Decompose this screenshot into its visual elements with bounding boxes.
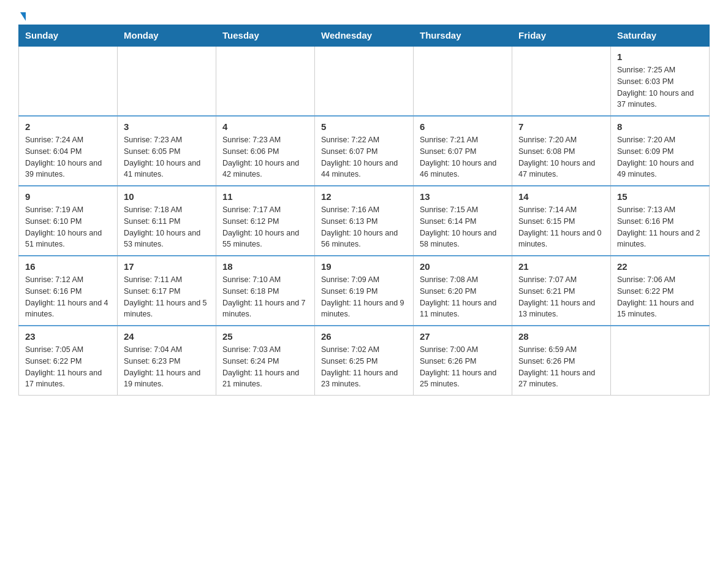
day-info: Sunrise: 7:08 AMSunset: 6:20 PMDaylight:… <box>420 274 506 320</box>
weekday-header-tuesday: Tuesday <box>216 25 315 47</box>
calendar-cell: 24Sunrise: 7:04 AMSunset: 6:23 PMDayligh… <box>118 326 216 396</box>
day-number: 15 <box>617 191 703 202</box>
day-number: 3 <box>124 121 210 132</box>
calendar-cell: 5Sunrise: 7:22 AMSunset: 6:07 PMDaylight… <box>315 116 414 186</box>
calendar-cell: 17Sunrise: 7:11 AMSunset: 6:17 PMDayligh… <box>118 256 216 326</box>
calendar-cell: 1Sunrise: 7:25 AMSunset: 6:03 PMDaylight… <box>611 46 710 116</box>
weekday-header-friday: Friday <box>512 25 611 47</box>
day-info: Sunrise: 7:09 AMSunset: 6:19 PMDaylight:… <box>321 274 407 320</box>
calendar-cell: 6Sunrise: 7:21 AMSunset: 6:07 PMDaylight… <box>414 116 512 186</box>
day-info: Sunrise: 7:12 AMSunset: 6:16 PMDaylight:… <box>25 274 111 320</box>
calendar-cell: 14Sunrise: 7:14 AMSunset: 6:15 PMDayligh… <box>512 186 611 256</box>
day-info: Sunrise: 7:07 AMSunset: 6:21 PMDaylight:… <box>518 274 604 320</box>
calendar-cell: 26Sunrise: 7:02 AMSunset: 6:25 PMDayligh… <box>315 326 414 396</box>
calendar-cell <box>216 46 315 116</box>
calendar-cell: 8Sunrise: 7:20 AMSunset: 6:09 PMDaylight… <box>611 116 710 186</box>
calendar-table: SundayMondayTuesdayWednesdayThursdayFrid… <box>18 25 710 396</box>
day-number: 4 <box>222 121 308 132</box>
day-info: Sunrise: 7:04 AMSunset: 6:23 PMDaylight:… <box>124 344 210 390</box>
logo-arrow-icon <box>20 12 26 21</box>
calendar-week-row: 2Sunrise: 7:24 AMSunset: 6:04 PMDaylight… <box>19 116 710 186</box>
day-number: 11 <box>222 191 308 202</box>
calendar-cell <box>19 46 118 116</box>
day-number: 5 <box>321 121 407 132</box>
day-info: Sunrise: 7:11 AMSunset: 6:17 PMDaylight:… <box>124 274 210 320</box>
day-info: Sunrise: 7:21 AMSunset: 6:07 PMDaylight:… <box>420 134 506 180</box>
calendar-cell: 11Sunrise: 7:17 AMSunset: 6:12 PMDayligh… <box>216 186 315 256</box>
calendar-cell: 16Sunrise: 7:12 AMSunset: 6:16 PMDayligh… <box>19 256 118 326</box>
weekday-header-monday: Monday <box>118 25 216 47</box>
day-info: Sunrise: 6:59 AMSunset: 6:26 PMDaylight:… <box>518 344 604 390</box>
day-info: Sunrise: 7:23 AMSunset: 6:06 PMDaylight:… <box>222 134 308 180</box>
weekday-header-sunday: Sunday <box>19 25 118 47</box>
calendar-cell: 23Sunrise: 7:05 AMSunset: 6:22 PMDayligh… <box>19 326 118 396</box>
calendar-cell: 22Sunrise: 7:06 AMSunset: 6:22 PMDayligh… <box>611 256 710 326</box>
calendar-week-row: 23Sunrise: 7:05 AMSunset: 6:22 PMDayligh… <box>19 326 710 396</box>
calendar-cell: 28Sunrise: 6:59 AMSunset: 6:26 PMDayligh… <box>512 326 611 396</box>
day-number: 20 <box>420 261 506 272</box>
day-number: 21 <box>518 261 604 272</box>
day-info: Sunrise: 7:19 AMSunset: 6:10 PMDaylight:… <box>25 204 111 250</box>
day-number: 7 <box>518 121 604 132</box>
day-number: 17 <box>124 261 210 272</box>
day-info: Sunrise: 7:14 AMSunset: 6:15 PMDaylight:… <box>518 204 604 250</box>
day-number: 9 <box>25 191 111 202</box>
weekday-header-row: SundayMondayTuesdayWednesdayThursdayFrid… <box>19 25 710 47</box>
calendar-cell: 15Sunrise: 7:13 AMSunset: 6:16 PMDayligh… <box>611 186 710 256</box>
day-number: 13 <box>420 191 506 202</box>
calendar-week-row: 16Sunrise: 7:12 AMSunset: 6:16 PMDayligh… <box>19 256 710 326</box>
day-number: 6 <box>420 121 506 132</box>
calendar-cell <box>118 46 216 116</box>
day-info: Sunrise: 7:00 AMSunset: 6:26 PMDaylight:… <box>420 344 506 390</box>
day-number: 10 <box>124 191 210 202</box>
day-info: Sunrise: 7:03 AMSunset: 6:24 PMDaylight:… <box>222 344 308 390</box>
day-number: 22 <box>617 261 703 272</box>
day-number: 26 <box>321 331 407 342</box>
calendar-cell <box>414 46 512 116</box>
day-info: Sunrise: 7:13 AMSunset: 6:16 PMDaylight:… <box>617 204 703 250</box>
day-info: Sunrise: 7:15 AMSunset: 6:14 PMDaylight:… <box>420 204 506 250</box>
calendar-cell <box>315 46 414 116</box>
day-info: Sunrise: 7:18 AMSunset: 6:11 PMDaylight:… <box>124 204 210 250</box>
calendar-cell: 13Sunrise: 7:15 AMSunset: 6:14 PMDayligh… <box>414 186 512 256</box>
day-number: 18 <box>222 261 308 272</box>
calendar-cell: 25Sunrise: 7:03 AMSunset: 6:24 PMDayligh… <box>216 326 315 396</box>
day-number: 16 <box>25 261 111 272</box>
weekday-header-saturday: Saturday <box>611 25 710 47</box>
calendar-cell: 7Sunrise: 7:20 AMSunset: 6:08 PMDaylight… <box>512 116 611 186</box>
calendar-cell: 9Sunrise: 7:19 AMSunset: 6:10 PMDaylight… <box>19 186 118 256</box>
calendar-cell <box>611 326 710 396</box>
day-info: Sunrise: 7:23 AMSunset: 6:05 PMDaylight:… <box>124 134 210 180</box>
day-info: Sunrise: 7:22 AMSunset: 6:07 PMDaylight:… <box>321 134 407 180</box>
day-info: Sunrise: 7:24 AMSunset: 6:04 PMDaylight:… <box>25 134 111 180</box>
calendar-cell: 18Sunrise: 7:10 AMSunset: 6:18 PMDayligh… <box>216 256 315 326</box>
weekday-header-thursday: Thursday <box>414 25 512 47</box>
calendar-cell: 10Sunrise: 7:18 AMSunset: 6:11 PMDayligh… <box>118 186 216 256</box>
day-number: 14 <box>518 191 604 202</box>
calendar-cell: 3Sunrise: 7:23 AMSunset: 6:05 PMDaylight… <box>118 116 216 186</box>
calendar-cell: 12Sunrise: 7:16 AMSunset: 6:13 PMDayligh… <box>315 186 414 256</box>
day-number: 24 <box>124 331 210 342</box>
calendar-cell: 21Sunrise: 7:07 AMSunset: 6:21 PMDayligh… <box>512 256 611 326</box>
day-info: Sunrise: 7:05 AMSunset: 6:22 PMDaylight:… <box>25 344 111 390</box>
day-info: Sunrise: 7:25 AMSunset: 6:03 PMDaylight:… <box>617 64 703 110</box>
day-number: 2 <box>25 121 111 132</box>
day-number: 23 <box>25 331 111 342</box>
page-header <box>18 12 710 18</box>
calendar-cell: 20Sunrise: 7:08 AMSunset: 6:20 PMDayligh… <box>414 256 512 326</box>
calendar-week-row: 1Sunrise: 7:25 AMSunset: 6:03 PMDaylight… <box>19 46 710 116</box>
day-number: 12 <box>321 191 407 202</box>
calendar-cell: 4Sunrise: 7:23 AMSunset: 6:06 PMDaylight… <box>216 116 315 186</box>
calendar-cell <box>512 46 611 116</box>
logo <box>18 12 26 18</box>
day-number: 19 <box>321 261 407 272</box>
day-number: 25 <box>222 331 308 342</box>
day-number: 28 <box>518 331 604 342</box>
weekday-header-wednesday: Wednesday <box>315 25 414 47</box>
calendar-cell: 27Sunrise: 7:00 AMSunset: 6:26 PMDayligh… <box>414 326 512 396</box>
day-number: 27 <box>420 331 506 342</box>
day-number: 8 <box>617 121 703 132</box>
day-info: Sunrise: 7:17 AMSunset: 6:12 PMDaylight:… <box>222 204 308 250</box>
day-info: Sunrise: 7:20 AMSunset: 6:09 PMDaylight:… <box>617 134 703 180</box>
calendar-cell: 2Sunrise: 7:24 AMSunset: 6:04 PMDaylight… <box>19 116 118 186</box>
